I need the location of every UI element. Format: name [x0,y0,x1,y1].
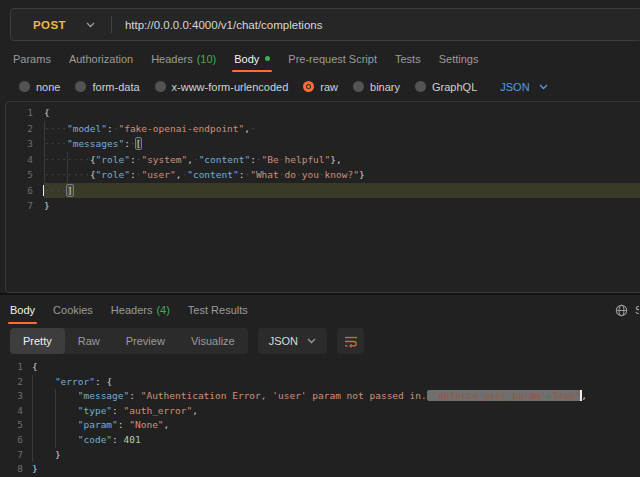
line-number: 5 [6,167,44,183]
response-tab-cookies[interactable]: Cookies [53,296,93,324]
body-type-none[interactable]: none [19,81,60,93]
indent-guide [55,389,56,404]
radio-icon [75,81,86,92]
current-line-highlight: ····] [44,183,640,199]
indent-guide [67,152,68,168]
body-type-x-www-form-urlencoded[interactable]: x-www-form-urlencoded [155,81,289,93]
request-tab-pre-request-script[interactable]: Pre-request Script [288,45,377,72]
radio-label: x-www-form-urlencoded [172,81,289,93]
view-tab-visualize[interactable]: Visualize [178,328,248,354]
tab-label: Body [10,304,35,316]
code-line: 8} [0,462,640,477]
modified-dot-icon [265,56,270,61]
tab-label: Pre-request Script [288,53,377,65]
indent-guide [67,167,68,183]
response-language-select[interactable]: JSON [258,328,327,354]
code-line: 6 "code": 401 [0,433,640,448]
code-line: 7 } [0,448,640,463]
tab-label: Cookies [53,304,93,316]
request-url-bar: POST http://0.0.0.0:4000/v1/chat/complet… [10,8,640,41]
line-number: 7 [6,198,44,214]
request-tab-tests[interactable]: Tests [395,45,421,72]
tab-count-badge: (10) [197,53,217,65]
body-type-row: noneform-datax-www-form-urlencodedrawbin… [0,73,640,100]
response-meta: S [615,296,640,324]
code-content: { [44,105,640,121]
indent-guide [32,375,33,390]
globe-icon[interactable] [615,304,628,317]
indent-guide [32,389,33,404]
request-tab-params[interactable]: Params [13,45,51,72]
body-type-graphql[interactable]: GraphQL [415,81,477,93]
indent-guide [55,433,56,448]
code-line: 1{ [0,360,640,375]
response-tabs: BodyCookiesHeaders(4)Test Results [10,296,248,324]
code-content: { [32,360,640,375]
request-tab-settings[interactable]: Settings [439,45,479,72]
chevron-down-icon [539,84,548,90]
active-tab-underline [8,322,37,324]
indent-guide [44,121,45,137]
postman-window: POST http://0.0.0.0:4000/v1/chat/complet… [0,0,640,477]
code-line: 3····"messages":·[ [6,136,640,152]
radio-label: raw [320,81,338,93]
request-tabs: ParamsAuthorizationHeaders(10)BodyPre-re… [0,45,640,72]
method-selector[interactable]: POST [11,9,111,40]
request-tab-body[interactable]: Body [234,45,270,72]
code-line: 2····"model":·"fake-openai-endpoint",· [6,121,640,137]
chevron-down-icon [307,338,316,344]
code-content: ····"messages":·[ [44,136,640,152]
code-line: 1{ [6,105,640,121]
request-tab-headers[interactable]: Headers(10) [151,45,216,72]
indent-guide [32,418,33,433]
response-tab-body[interactable]: Body [10,296,35,324]
line-number: 7 [0,448,32,463]
indent-guide [44,183,45,199]
wrap-text-button[interactable] [337,328,364,354]
response-tab-test-results[interactable]: Test Results [188,296,248,324]
radio-label: none [36,81,60,93]
line-number: 4 [6,152,44,168]
request-body-editor[interactable]: 1{2····"model":·"fake-openai-endpoint",·… [5,101,640,293]
radio-icon [353,81,364,92]
line-number: 6 [6,183,44,199]
radio-label: binary [370,81,400,93]
tab-count-badge: (4) [156,304,169,316]
radio-icon [155,81,166,92]
code-content: } [32,448,640,463]
section-divider [0,293,640,295]
code-content: } [44,198,640,214]
body-type-form-data[interactable]: form-data [75,81,139,93]
code-content: "message": "Authentication Error, 'user'… [32,389,640,404]
request-tab-authorization[interactable]: Authorization [69,45,133,72]
tab-label: Authorization [69,53,133,65]
view-tab-pretty[interactable]: Pretty [10,328,65,354]
active-tab-underline [232,70,272,72]
code-line: 4········{"role":·"system",·"content":·"… [6,152,640,168]
raw-language-select[interactable]: JSON [500,81,547,93]
line-number: 3 [6,136,44,152]
code-content: "param": "None", [32,418,640,433]
code-content: "code": 401 [32,433,640,448]
radio-label: form-data [92,81,139,93]
body-type-binary[interactable]: binary [353,81,400,93]
response-body-editor[interactable]: 1{2 "error": {3 "message": "Authenticati… [0,357,640,477]
code-content: "type": "auth_error", [32,404,640,419]
whitespace-dot: · [250,123,256,134]
view-tab-preview[interactable]: Preview [113,328,178,354]
line-number: 1 [6,105,44,121]
body-type-raw[interactable]: raw [303,81,338,93]
body-type-radios: noneform-datax-www-form-urlencodedrawbin… [19,81,477,93]
url-input[interactable]: http://0.0.0.0:4000/v1/chat/completions [112,19,323,31]
code-line: 6····] [6,183,640,199]
tab-label: Settings [439,53,479,65]
indent-guide [55,418,56,433]
view-tab-raw[interactable]: Raw [65,328,113,354]
line-number: 6 [0,433,32,448]
method-label: POST [33,19,66,31]
tab-label: Params [13,53,51,65]
response-tab-headers[interactable]: Headers(4) [111,296,170,324]
code-line: 4 "type": "auth_error", [0,404,640,419]
code-line: 7} [6,198,640,214]
tab-label: Headers [111,304,153,316]
